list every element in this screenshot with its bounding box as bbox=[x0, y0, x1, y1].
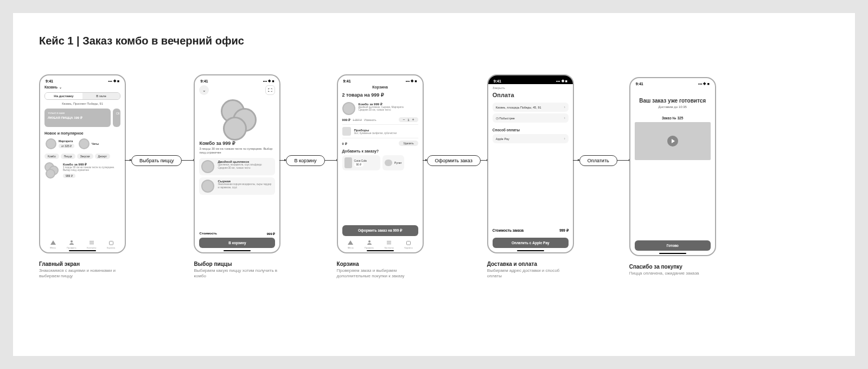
status-bar: 9:41 ▪▪▪◈■ bbox=[488, 75, 573, 84]
caption-desc: Знакомимся с акциями и новинками и выбир… bbox=[39, 268, 126, 279]
combo-card[interactable]: Комбо за 999 ₽ 3 пиццы 30 см на тонком т… bbox=[44, 162, 120, 179]
cart-item: Комбо за 999 ₽ Двойной цыпленок, Сырная,… bbox=[342, 102, 418, 115]
back-button[interactable]: ⌄ bbox=[199, 85, 209, 95]
tab-menu[interactable]: Меню bbox=[347, 239, 354, 249]
delete-button[interactable]: Удалить bbox=[399, 141, 418, 146]
svg-point-5 bbox=[368, 240, 371, 243]
status-bar: 9:41 ▪▪▪◈■ bbox=[40, 75, 125, 84]
svg-rect-9 bbox=[407, 241, 411, 245]
svg-rect-3 bbox=[90, 244, 94, 244]
svg-point-0 bbox=[71, 240, 73, 243]
caption-desc: Выбираем адрес доставки и способ оплаты bbox=[487, 268, 574, 279]
caption-desc: Выбираем какую пиццу хотим получить в ко… bbox=[194, 268, 280, 279]
pizza-icon bbox=[79, 138, 90, 149]
svg-rect-4 bbox=[109, 241, 113, 245]
order-number: Заказ № 325 bbox=[635, 116, 711, 120]
product-desc: 3 пиццы 30 см на тонком тесте по суперце… bbox=[199, 147, 275, 155]
delivery-time: Доставим до 10:35 bbox=[635, 105, 711, 109]
upsell-card[interactable]: Coca Cola 90 ₽ bbox=[342, 155, 380, 170]
cart-title: Корзина bbox=[342, 84, 418, 92]
pizza-icon bbox=[201, 180, 214, 193]
roll-icon bbox=[385, 160, 392, 166]
checkout-button[interactable]: Оформить заказ на 999 ₽ bbox=[342, 225, 418, 236]
product-card[interactable]: Маргарита от 325 ₽ bbox=[44, 137, 75, 150]
caption-title: Доставка и оплата bbox=[487, 261, 574, 267]
screen-thanks: 9:41 ▪▪▪◈■ Ваш заказ уже готовится Доста… bbox=[629, 77, 716, 256]
tab-cart[interactable]: Корзина bbox=[405, 239, 413, 249]
user-flow: 9:41 ▪▪▪◈■ Казань⌄ На доставку В зале Ка… bbox=[39, 74, 829, 279]
pay-button[interactable]: Оплатить с Apple Pay bbox=[493, 238, 569, 248]
product-hero bbox=[199, 97, 275, 141]
section-new: Новое и популярное bbox=[44, 131, 120, 135]
tab-contacts[interactable]: Контакты bbox=[87, 239, 96, 249]
cutlery-item: Приборы 3шт, бумажные салфетки, зубочист… bbox=[342, 127, 418, 138]
add-to-cart-button[interactable]: В корзину bbox=[199, 238, 275, 248]
caption-title: Выбор пиццы bbox=[194, 261, 280, 267]
category-chip[interactable]: Комбо bbox=[44, 154, 59, 159]
payment-method-label: Способ оплаты bbox=[493, 128, 569, 132]
caption-desc: Пицца оплачена, ожидание заказа bbox=[629, 271, 716, 276]
connector: Выбрать пиццу bbox=[125, 155, 195, 166]
caption-title: Спасибо за покупку bbox=[629, 264, 716, 270]
pizza-option[interactable]: Двойной цыпленок Цыпленок, моцарелла, со… bbox=[199, 158, 275, 175]
plus-button[interactable]: + bbox=[411, 118, 416, 122]
video-player[interactable] bbox=[635, 122, 711, 160]
chevron-down-icon: ⌄ bbox=[59, 85, 62, 89]
quantity-stepper[interactable]: − 1 + bbox=[399, 117, 418, 122]
minus-button[interactable]: − bbox=[401, 118, 406, 122]
promo-banner[interactable]: ТОЛЬКО В КАФЕ ЛЮБАЯ ПИЦЦА 199 ₽ bbox=[44, 109, 111, 127]
product-card[interactable]: Четы bbox=[78, 137, 100, 150]
pizza-option[interactable]: Сырная Увеличенная порция моцареллы, сыр… bbox=[199, 177, 275, 195]
payment-heading: Оплата bbox=[493, 92, 569, 98]
caption-title: Корзина bbox=[337, 261, 424, 267]
city-selector[interactable]: Казань⌄ bbox=[44, 84, 120, 92]
cart-icon[interactable]: ⛶ bbox=[265, 85, 275, 95]
screen-select: 9:41 ▪▪▪◈■ ⌄ ⛶ Комбо за 999 ₽ 3 пиццы 30… bbox=[194, 74, 280, 253]
delivery-toggle[interactable]: На доставку В зале bbox=[44, 92, 120, 100]
tab-contacts[interactable]: Контакты bbox=[385, 239, 394, 249]
payment-method[interactable]: Apple Pay› bbox=[493, 134, 569, 143]
connector: Оплатить bbox=[573, 155, 630, 166]
svg-rect-8 bbox=[387, 244, 391, 244]
pizza-icon bbox=[342, 102, 355, 115]
speed-row[interactable]: ◷ Побыстрее› bbox=[493, 113, 569, 123]
upsell-card[interactable]: Рулет bbox=[382, 155, 404, 170]
change-link[interactable]: Изменить bbox=[364, 118, 376, 122]
close-button[interactable]: Закрыть bbox=[493, 84, 569, 92]
status-bar: 9:41 ▪▪▪◈■ bbox=[195, 75, 279, 84]
promo-banner-2[interactable]: СК bbox=[113, 109, 120, 127]
status-bar: 9:41 ▪▪▪◈■ bbox=[630, 78, 715, 87]
done-button[interactable]: Готово bbox=[635, 240, 711, 251]
category-chip[interactable]: Закуски bbox=[77, 154, 93, 159]
play-icon[interactable] bbox=[667, 136, 678, 147]
status-bar: 9:41 ▪▪▪◈■ bbox=[338, 75, 423, 84]
cart-summary: 2 товара на 999 ₽ bbox=[342, 92, 418, 98]
connector: В корзину bbox=[279, 155, 337, 166]
address[interactable]: Казань, Проспект Победы, 91 bbox=[44, 102, 120, 105]
category-chip[interactable]: Десерт bbox=[95, 154, 110, 159]
tab-profile[interactable]: Профиль bbox=[365, 239, 374, 249]
tab-cart[interactable]: Корзина bbox=[107, 239, 115, 249]
screen-home: 9:41 ▪▪▪◈■ Казань⌄ На доставку В зале Ка… bbox=[39, 74, 126, 253]
caption-desc: Проверяем заказ и выбираем дополнительны… bbox=[337, 268, 424, 279]
caption-title: Главный экран bbox=[39, 261, 126, 267]
tab-bar: Меню Профиль Контакты Корзина bbox=[44, 237, 120, 249]
upsell-heading: Добавить к заказу? bbox=[342, 149, 418, 153]
product-title: Комбо за 999 ₽ bbox=[199, 141, 275, 146]
svg-rect-7 bbox=[387, 243, 391, 243]
screen-payment: 9:41 ▪▪▪◈■ Закрыть Оплата Казань, площад… bbox=[487, 74, 574, 253]
connector: Оформить заказ bbox=[423, 155, 488, 166]
clock-icon: ◷ bbox=[496, 117, 499, 120]
screen-cart: 9:41 ▪▪▪◈■ Корзина 2 товара на 999 ₽ Ком… bbox=[337, 74, 424, 253]
svg-rect-6 bbox=[387, 241, 391, 241]
pizza-icon bbox=[46, 138, 56, 149]
cutlery-icon bbox=[342, 127, 351, 136]
tab-menu[interactable]: Меню bbox=[50, 239, 56, 249]
tab-bar: Меню Профиль Контакты Корзина bbox=[342, 237, 418, 249]
svg-rect-2 bbox=[90, 243, 94, 243]
coca-cola-icon bbox=[344, 157, 352, 168]
address-row[interactable]: Казань, площадь Победы, 45, 91› bbox=[493, 103, 569, 112]
svg-rect-1 bbox=[90, 241, 94, 241]
category-chip[interactable]: Пицца bbox=[61, 154, 75, 159]
tab-profile[interactable]: Профиль bbox=[67, 239, 76, 249]
